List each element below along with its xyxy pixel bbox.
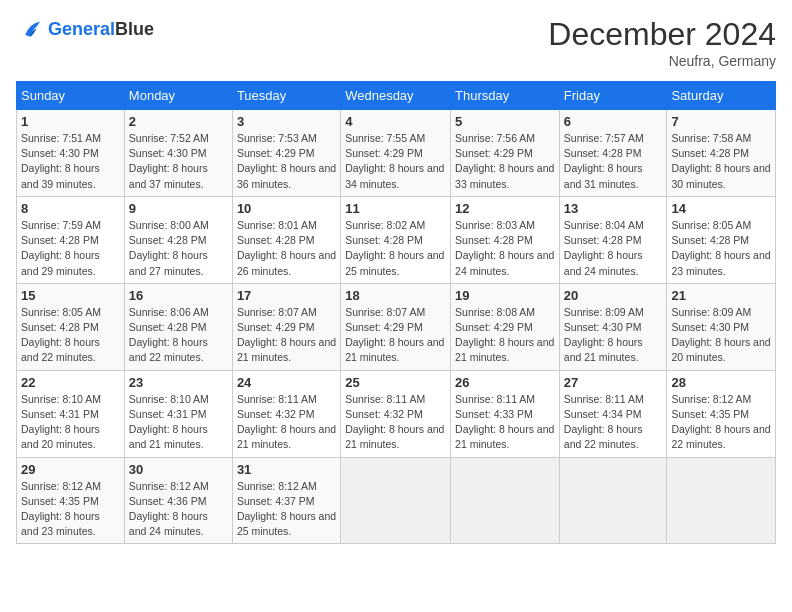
month-title: December 2024 xyxy=(548,16,776,53)
day-info: Sunrise: 8:10 AM Sunset: 4:31 PM Dayligh… xyxy=(129,392,228,453)
calendar-cell: 5 Sunrise: 7:56 AM Sunset: 4:29 PM Dayli… xyxy=(451,110,560,197)
day-number: 18 xyxy=(345,288,446,303)
calendar-cell: 24 Sunrise: 8:11 AM Sunset: 4:32 PM Dayl… xyxy=(232,370,340,457)
calendar-row: 15 Sunrise: 8:05 AM Sunset: 4:28 PM Dayl… xyxy=(17,283,776,370)
day-number: 26 xyxy=(455,375,555,390)
day-info: Sunrise: 8:11 AM Sunset: 4:34 PM Dayligh… xyxy=(564,392,663,453)
day-info: Sunrise: 8:00 AM Sunset: 4:28 PM Dayligh… xyxy=(129,218,228,279)
day-info: Sunrise: 7:56 AM Sunset: 4:29 PM Dayligh… xyxy=(455,131,555,192)
day-info: Sunrise: 8:09 AM Sunset: 4:30 PM Dayligh… xyxy=(671,305,771,366)
day-number: 25 xyxy=(345,375,446,390)
calendar-cell: 28 Sunrise: 8:12 AM Sunset: 4:35 PM Dayl… xyxy=(667,370,776,457)
day-info: Sunrise: 8:05 AM Sunset: 4:28 PM Dayligh… xyxy=(671,218,771,279)
day-info: Sunrise: 8:02 AM Sunset: 4:28 PM Dayligh… xyxy=(345,218,446,279)
day-info: Sunrise: 8:07 AM Sunset: 4:29 PM Dayligh… xyxy=(237,305,336,366)
calendar-cell: 30 Sunrise: 8:12 AM Sunset: 4:36 PM Dayl… xyxy=(124,457,232,544)
calendar-cell: 31 Sunrise: 8:12 AM Sunset: 4:37 PM Dayl… xyxy=(232,457,340,544)
calendar-row: 8 Sunrise: 7:59 AM Sunset: 4:28 PM Dayli… xyxy=(17,196,776,283)
calendar-cell: 8 Sunrise: 7:59 AM Sunset: 4:28 PM Dayli… xyxy=(17,196,125,283)
day-number: 23 xyxy=(129,375,228,390)
day-number: 31 xyxy=(237,462,336,477)
calendar-cell: 22 Sunrise: 8:10 AM Sunset: 4:31 PM Dayl… xyxy=(17,370,125,457)
calendar-row: 1 Sunrise: 7:51 AM Sunset: 4:30 PM Dayli… xyxy=(17,110,776,197)
day-number: 11 xyxy=(345,201,446,216)
calendar-cell: 12 Sunrise: 8:03 AM Sunset: 4:28 PM Dayl… xyxy=(451,196,560,283)
day-number: 29 xyxy=(21,462,120,477)
day-info: Sunrise: 8:07 AM Sunset: 4:29 PM Dayligh… xyxy=(345,305,446,366)
day-number: 2 xyxy=(129,114,228,129)
title-section: December 2024 Neufra, Germany xyxy=(548,16,776,69)
day-info: Sunrise: 8:12 AM Sunset: 4:37 PM Dayligh… xyxy=(237,479,336,540)
day-number: 16 xyxy=(129,288,228,303)
day-number: 7 xyxy=(671,114,771,129)
logo-icon xyxy=(16,16,44,44)
day-of-week-header: Tuesday xyxy=(232,82,340,110)
day-number: 28 xyxy=(671,375,771,390)
calendar-cell: 14 Sunrise: 8:05 AM Sunset: 4:28 PM Dayl… xyxy=(667,196,776,283)
calendar-table: SundayMondayTuesdayWednesdayThursdayFrid… xyxy=(16,81,776,544)
day-number: 13 xyxy=(564,201,663,216)
day-info: Sunrise: 7:57 AM Sunset: 4:28 PM Dayligh… xyxy=(564,131,663,192)
calendar-cell: 6 Sunrise: 7:57 AM Sunset: 4:28 PM Dayli… xyxy=(559,110,667,197)
calendar-cell: 2 Sunrise: 7:52 AM Sunset: 4:30 PM Dayli… xyxy=(124,110,232,197)
calendar-cell: 1 Sunrise: 7:51 AM Sunset: 4:30 PM Dayli… xyxy=(17,110,125,197)
calendar-cell: 27 Sunrise: 8:11 AM Sunset: 4:34 PM Dayl… xyxy=(559,370,667,457)
day-info: Sunrise: 8:08 AM Sunset: 4:29 PM Dayligh… xyxy=(455,305,555,366)
calendar-cell: 21 Sunrise: 8:09 AM Sunset: 4:30 PM Dayl… xyxy=(667,283,776,370)
day-number: 1 xyxy=(21,114,120,129)
day-number: 12 xyxy=(455,201,555,216)
location: Neufra, Germany xyxy=(548,53,776,69)
day-info: Sunrise: 8:09 AM Sunset: 4:30 PM Dayligh… xyxy=(564,305,663,366)
day-number: 27 xyxy=(564,375,663,390)
calendar-cell: 13 Sunrise: 8:04 AM Sunset: 4:28 PM Dayl… xyxy=(559,196,667,283)
day-of-week-header: Monday xyxy=(124,82,232,110)
day-number: 6 xyxy=(564,114,663,129)
day-of-week-header: Wednesday xyxy=(341,82,451,110)
calendar-cell: 18 Sunrise: 8:07 AM Sunset: 4:29 PM Dayl… xyxy=(341,283,451,370)
day-info: Sunrise: 7:51 AM Sunset: 4:30 PM Dayligh… xyxy=(21,131,120,192)
day-info: Sunrise: 7:53 AM Sunset: 4:29 PM Dayligh… xyxy=(237,131,336,192)
day-number: 21 xyxy=(671,288,771,303)
day-of-week-header: Sunday xyxy=(17,82,125,110)
day-info: Sunrise: 7:55 AM Sunset: 4:29 PM Dayligh… xyxy=(345,131,446,192)
calendar-cell: 15 Sunrise: 8:05 AM Sunset: 4:28 PM Dayl… xyxy=(17,283,125,370)
calendar-cell xyxy=(559,457,667,544)
day-info: Sunrise: 8:12 AM Sunset: 4:35 PM Dayligh… xyxy=(21,479,120,540)
day-info: Sunrise: 8:01 AM Sunset: 4:28 PM Dayligh… xyxy=(237,218,336,279)
calendar-cell: 20 Sunrise: 8:09 AM Sunset: 4:30 PM Dayl… xyxy=(559,283,667,370)
calendar-cell: 23 Sunrise: 8:10 AM Sunset: 4:31 PM Dayl… xyxy=(124,370,232,457)
day-of-week-header: Friday xyxy=(559,82,667,110)
day-info: Sunrise: 8:06 AM Sunset: 4:28 PM Dayligh… xyxy=(129,305,228,366)
day-info: Sunrise: 8:11 AM Sunset: 4:33 PM Dayligh… xyxy=(455,392,555,453)
day-info: Sunrise: 8:11 AM Sunset: 4:32 PM Dayligh… xyxy=(237,392,336,453)
calendar-cell xyxy=(667,457,776,544)
day-number: 8 xyxy=(21,201,120,216)
calendar-cell: 9 Sunrise: 8:00 AM Sunset: 4:28 PM Dayli… xyxy=(124,196,232,283)
calendar-header-row: SundayMondayTuesdayWednesdayThursdayFrid… xyxy=(17,82,776,110)
logo-text: GeneralBlue xyxy=(48,20,154,40)
day-number: 20 xyxy=(564,288,663,303)
calendar-cell: 29 Sunrise: 8:12 AM Sunset: 4:35 PM Dayl… xyxy=(17,457,125,544)
day-number: 5 xyxy=(455,114,555,129)
day-info: Sunrise: 7:59 AM Sunset: 4:28 PM Dayligh… xyxy=(21,218,120,279)
calendar-cell: 19 Sunrise: 8:08 AM Sunset: 4:29 PM Dayl… xyxy=(451,283,560,370)
logo: GeneralBlue xyxy=(16,16,154,44)
day-info: Sunrise: 7:52 AM Sunset: 4:30 PM Dayligh… xyxy=(129,131,228,192)
day-number: 4 xyxy=(345,114,446,129)
calendar-cell: 4 Sunrise: 7:55 AM Sunset: 4:29 PM Dayli… xyxy=(341,110,451,197)
calendar-cell: 25 Sunrise: 8:11 AM Sunset: 4:32 PM Dayl… xyxy=(341,370,451,457)
day-info: Sunrise: 8:12 AM Sunset: 4:35 PM Dayligh… xyxy=(671,392,771,453)
calendar-row: 29 Sunrise: 8:12 AM Sunset: 4:35 PM Dayl… xyxy=(17,457,776,544)
day-number: 10 xyxy=(237,201,336,216)
day-number: 14 xyxy=(671,201,771,216)
calendar-cell: 16 Sunrise: 8:06 AM Sunset: 4:28 PM Dayl… xyxy=(124,283,232,370)
calendar-cell: 26 Sunrise: 8:11 AM Sunset: 4:33 PM Dayl… xyxy=(451,370,560,457)
day-of-week-header: Thursday xyxy=(451,82,560,110)
day-number: 17 xyxy=(237,288,336,303)
day-info: Sunrise: 8:11 AM Sunset: 4:32 PM Dayligh… xyxy=(345,392,446,453)
calendar-cell: 17 Sunrise: 8:07 AM Sunset: 4:29 PM Dayl… xyxy=(232,283,340,370)
day-number: 3 xyxy=(237,114,336,129)
day-info: Sunrise: 7:58 AM Sunset: 4:28 PM Dayligh… xyxy=(671,131,771,192)
day-info: Sunrise: 8:12 AM Sunset: 4:36 PM Dayligh… xyxy=(129,479,228,540)
day-number: 15 xyxy=(21,288,120,303)
